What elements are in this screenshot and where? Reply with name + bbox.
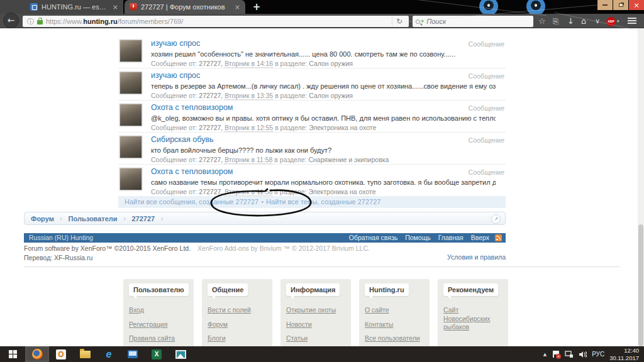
- new-tab-button[interactable]: +: [249, 1, 264, 13]
- find-all-threads-link[interactable]: Найти все темы, созданные 272727: [266, 198, 380, 206]
- post-title-link[interactable]: Охота с тепловизором: [151, 103, 233, 112]
- footer-link[interactable]: Вести с полей: [208, 306, 268, 315]
- meta-date-link[interactable]: Вторник в 11:58: [225, 188, 272, 196]
- meta-author-link[interactable]: 272727,: [199, 188, 223, 195]
- taskbar-outlook-button[interactable]: O: [49, 346, 73, 362]
- breadcrumb-member[interactable]: 272727: [131, 215, 155, 222]
- clipboard-icon[interactable]: ⎘: [553, 16, 559, 26]
- footer-link[interactable]: Новости: [286, 321, 347, 329]
- terms-link[interactable]: Условия и правила: [447, 253, 506, 261]
- address-bar[interactable]: ⓘ https://www. hunting.ru /forum/members…: [23, 16, 409, 27]
- tray-expand-icon[interactable]: ▲: [543, 352, 547, 357]
- taskbar-devices-button[interactable]: [121, 346, 145, 362]
- chevron-right-icon: ›: [60, 214, 63, 223]
- post-meta: Сообщение от: 272727, Вторник в 11:58 в …: [151, 188, 376, 195]
- page-info-icon[interactable]: ⓘ: [27, 17, 34, 26]
- taskbar-excel-button[interactable]: X: [145, 346, 169, 362]
- breadcrumb-users[interactable]: Пользователи: [69, 215, 118, 222]
- meta-section-link[interactable]: Электроника на охоте: [308, 188, 375, 195]
- footer-link[interactable]: Все пользователи: [365, 334, 425, 343]
- tab-close-icon[interactable]: ×: [113, 3, 118, 11]
- adblock-plus-icon[interactable]: ABP: [606, 17, 616, 26]
- meta-section-link[interactable]: Салон оружия: [309, 92, 353, 99]
- start-button[interactable]: [0, 346, 25, 362]
- https-lock-icon[interactable]: [37, 20, 43, 25]
- post-title-link[interactable]: изучаю спрос: [151, 71, 200, 80]
- meta-section-link[interactable]: Снаряжение и экипировка: [308, 156, 389, 163]
- post-type-badge: Сообщение: [469, 72, 504, 80]
- downloads-icon[interactable]: ↓: [567, 16, 574, 26]
- post-body: кто брал войлочные берцы???? по лыжи как…: [151, 146, 496, 154]
- home-link[interactable]: Главная: [438, 233, 464, 243]
- meta-date-link[interactable]: Вторник в 14:16: [225, 60, 273, 68]
- footer-link[interactable]: Блоги: [208, 334, 268, 343]
- meta-section-link[interactable]: Электроника на охоте: [309, 124, 376, 131]
- meta-date-link[interactable]: Вторник в 13:35: [225, 92, 273, 100]
- tab-member-272727[interactable]: 272727 | Форум охотников ×: [125, 0, 245, 14]
- avatar[interactable]: [119, 104, 142, 126]
- rss-icon[interactable]: [495, 234, 502, 241]
- home-icon[interactable]: ⌂: [581, 16, 586, 26]
- scrollbar-thumb[interactable]: [638, 224, 643, 346]
- page-scrollbar[interactable]: [638, 28, 644, 346]
- breadcrumb-forum[interactable]: Форум: [31, 215, 54, 222]
- post-title-link[interactable]: Охота с тепловизором: [151, 167, 233, 176]
- meta-author-link[interactable]: 272727,: [199, 156, 223, 163]
- post-title-link[interactable]: Сибирская обувь: [151, 135, 214, 144]
- bookmark-star-icon[interactable]: ☆: [538, 16, 546, 26]
- bullet-separator: •: [261, 198, 264, 206]
- post-title-link[interactable]: изучаю спрос: [151, 39, 200, 48]
- avatar[interactable]: [119, 40, 142, 62]
- footer-link[interactable]: О сайте: [365, 306, 425, 315]
- pocket-chevron-icon[interactable]: ∨: [595, 16, 600, 26]
- footer-link[interactable]: Контакты: [365, 321, 425, 329]
- taskbar-explorer-button[interactable]: [73, 346, 97, 362]
- language-indicator[interactable]: РУС: [592, 351, 604, 358]
- meta-date-link[interactable]: Вторник в 11:58: [225, 156, 272, 164]
- volume-icon[interactable]: [579, 351, 587, 358]
- search-box[interactable]: +: [413, 16, 533, 27]
- hamburger-menu-icon[interactable]: [628, 18, 636, 24]
- search-input[interactable]: [426, 18, 502, 25]
- meta-author-link[interactable]: 272727,: [199, 92, 223, 99]
- taskbar-firefox-button[interactable]: [25, 346, 49, 362]
- clock[interactable]: 12:40 30.11.2017: [609, 347, 639, 361]
- window-close-button[interactable]: ×: [629, 0, 644, 10]
- avatar[interactable]: [119, 136, 142, 158]
- action-center-flag-icon[interactable]: ×: [552, 350, 560, 358]
- taskbar-photos-button[interactable]: [169, 346, 192, 362]
- avatar[interactable]: [119, 168, 142, 190]
- xenforo-credit: Forum software by XenForo™ ©2010-2015 Xe…: [24, 244, 191, 252]
- find-all-messages-link[interactable]: Найти все сообщения, созданные 272727: [125, 198, 258, 206]
- footer-link[interactable]: Статьи: [286, 334, 347, 343]
- help-link[interactable]: Помощь: [405, 233, 431, 243]
- network-icon[interactable]: [565, 351, 574, 358]
- footer-column-title: Пользователю: [129, 283, 189, 296]
- breadcrumb: Форум › Пользователи › 272727 › ↗: [24, 212, 506, 225]
- top-link[interactable]: Вверх: [471, 233, 489, 243]
- meta-author-link[interactable]: 272727,: [199, 60, 223, 67]
- taskbar-ie-button[interactable]: e: [97, 346, 121, 362]
- tab-close-icon[interactable]: ×: [235, 3, 240, 11]
- footer-link[interactable]: Правила сайта: [129, 334, 189, 343]
- contact-link[interactable]: Обратная связь: [349, 233, 397, 243]
- reload-icon[interactable]: ↻: [392, 17, 406, 26]
- style-chooser[interactable]: Russian (RU) Hunting: [24, 233, 341, 243]
- quick-navigation-button[interactable]: ↗: [491, 214, 501, 224]
- adblock-caret-icon[interactable]: ▾: [617, 19, 619, 24]
- window-minimize-button[interactable]: [597, 0, 613, 10]
- meta-date-link[interactable]: Вторник в 12:55: [225, 124, 273, 132]
- footer-link[interactable]: Вход: [129, 306, 189, 315]
- avatar[interactable]: [119, 72, 142, 94]
- meta-prefix: Сообщение от:: [151, 92, 197, 99]
- meta-section-link[interactable]: Салон оружия: [309, 60, 353, 67]
- tab-hunting-home[interactable]: HUNTING.ru — esem_sv_i... ×: [25, 0, 123, 14]
- meta-author-link[interactable]: 272727,: [199, 124, 223, 131]
- footer-link[interactable]: Форум: [208, 321, 268, 329]
- footer-link[interactable]: Регистрация: [129, 321, 189, 329]
- footer-link[interactable]: Открытие охоты: [286, 306, 347, 315]
- footer-link[interactable]: Сайт Новосибирских рыбаков: [443, 306, 504, 332]
- window-restore-button[interactable]: [613, 0, 628, 10]
- system-tray: ▲ × РУС 12:40 30.11.2017: [543, 347, 644, 361]
- back-button[interactable]: ←: [3, 13, 19, 28]
